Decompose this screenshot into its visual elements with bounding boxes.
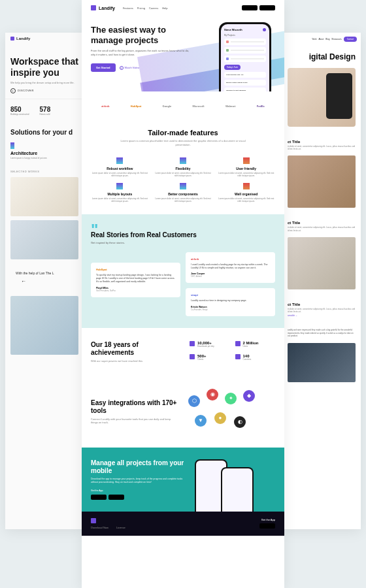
hubspot-logo: HubSpot [131,105,142,108]
right-quote: andify and were impressed they made such… [282,323,361,343]
brand-name: Landify [99,6,115,10]
phone-mockup [221,467,254,512]
feature-item: User friendlyLorem ipsum dolor sit amet,… [217,157,275,177]
selected-works-label: SELECTED WORKS [5,166,84,177]
phone-mockup-icon [326,73,352,119]
project-image[interactable] [288,237,356,289]
tool-icon: ▼ [195,415,207,427]
work-image[interactable] [10,220,78,259]
testimonial-card: strapi Landify saved our time in designi… [186,288,275,316]
feature-item: FlexibilityLorem ipsum dolor sit amet, c… [154,157,212,177]
template-card-center: Landify Features Pricing Careers Help Th… [82,0,284,588]
tool-icon: ✦ [225,393,237,404]
stat-item: 500+Clients [190,354,230,363]
feature-item: Robust workflowLorem ipsum dolor sit ame… [91,157,149,177]
logo-icon [10,37,14,41]
contact-button[interactable]: Contact [344,37,357,42]
stat-item: 2 MillionUsers [235,341,276,350]
feature-icon [116,157,123,164]
footer: Download Now License Get the App [82,512,284,536]
google-logo: Google [163,105,172,108]
project-desc: m dolor sit amet, consectetur adipiscing… [288,308,356,313]
brand-logos-row: airbnb HubSpot Google Microsoft Walmart … [82,91,284,117]
watch-video-link[interactable]: ▸Watch Video [120,66,139,70]
left-hero-sub: We help you bring the dream setup and br… [10,81,78,84]
feature-item: Well organisedLorem ipsum dolor sit amet… [217,183,275,203]
download-icon [190,341,195,346]
feature-icon [116,183,123,189]
testimonials-section: " Real Stories from Real Customers Get i… [82,214,284,328]
hero-subtitle: From the small stuff to the big picture,… [91,49,192,57]
avatar-icon [263,28,266,31]
template-card-left: Landify Workspace that inspire you We he… [5,33,84,529]
stat-item: 10,000+Downloads per day [190,341,230,350]
tool-icon: ● [214,412,226,424]
testimonial-card: HubSpot To quickly start my startup land… [91,263,180,297]
features-heading: Tailor-made features [91,129,275,137]
footer-link[interactable]: License [116,526,125,529]
feature-icon [180,157,186,164]
left-stats: 850 Buildings constructed 578 Homes sold [5,99,84,122]
app-store-badge[interactable] [259,523,275,529]
project-image[interactable] [288,155,356,208]
project-desc: m dolor sit amet, consectetur adipiscing… [288,226,356,231]
tool-icon: ◉ [207,389,218,400]
testimonials-heading: Real Stories from Real Customers [91,231,275,239]
feature-icon [243,183,250,189]
integrations-section: Easy integrations with 170+ tools Connec… [82,376,284,448]
right-hero-title: igital Design [288,52,356,61]
globe-icon [235,354,241,359]
feature-item: Better componentsLorem ipsum dolor sit a… [154,183,212,203]
fedex-logo: FedEx [257,105,265,108]
template-card-right: Work About Blog Showcases Contact igital… [282,33,361,529]
center-header: Landify Features Pricing Careers Help [82,0,284,16]
brand-name: Landify [16,37,30,41]
tool-icon: ◐ [234,416,246,428]
left-quote: With the help of Lan The L [16,271,73,276]
work-image[interactable] [10,177,78,216]
stat-item: 140Countries [235,354,276,363]
feature-icon [243,157,250,164]
testimonial-card: airbnb I used Landify and created a land… [186,252,275,284]
get-started-button[interactable]: Get Started [91,63,116,72]
footer-link[interactable]: Download Now [91,526,108,529]
feature-item: Multiple layoutsLorem ipsum dolor sit am… [91,183,149,203]
phone-mockup: Steve Wozorth My Projects Today's Task C… [219,22,271,91]
discover-link[interactable]: ▸ DISCOVER [10,88,78,93]
mobile-cta-section: Manage all projects from your mobile Dow… [82,448,284,512]
hero-title: The easiest way to manage projects [91,25,192,45]
app-store-badge[interactable] [259,5,275,10]
play-icon: ▸ [10,88,16,93]
project-desc: m dolor sit amet, consectetur adipiscing… [288,145,356,150]
play-icon: ▸ [120,66,124,70]
features-section: Tailor-made features Lorem ipsum is comm… [82,117,284,214]
walmart-logo: Walmart [225,105,236,108]
hero-image [288,68,356,127]
project-title: ct Title [288,302,356,306]
tool-icon: ⬡ [188,395,200,407]
airbnb-logo: airbnb [101,105,109,108]
project-title: ct Title [288,221,356,225]
project-title: ct Title [288,140,356,144]
left-hero-title: Workspace that inspire you [10,56,78,78]
logo-icon [91,5,96,10]
achievements-heading: Our 18 years of achievements [91,341,176,357]
logo-icon [91,518,96,523]
accent-bar-icon [10,142,14,149]
mobile-heading: Manage all projects from your mobile [91,459,187,475]
clients-icon [190,354,195,359]
left-header: Landify [5,33,84,44]
microsoft-logo: Microsoft [193,105,205,108]
app-store-badge[interactable] [108,495,124,500]
google-play-badge[interactable] [91,495,107,500]
feature-icon [180,183,186,189]
tool-icon: ◆ [243,390,255,402]
solutions-heading: Solutions for your d [10,129,78,136]
achievements-section: Our 18 years of achievements With our su… [82,328,284,376]
project-image [288,343,356,382]
users-icon [235,341,241,346]
work-image[interactable] [10,296,78,355]
integrations-heading: Easy integrations with 170+ tools [91,399,178,415]
google-play-badge[interactable] [242,5,258,10]
arrow-left-icon[interactable]: ← [16,278,73,284]
